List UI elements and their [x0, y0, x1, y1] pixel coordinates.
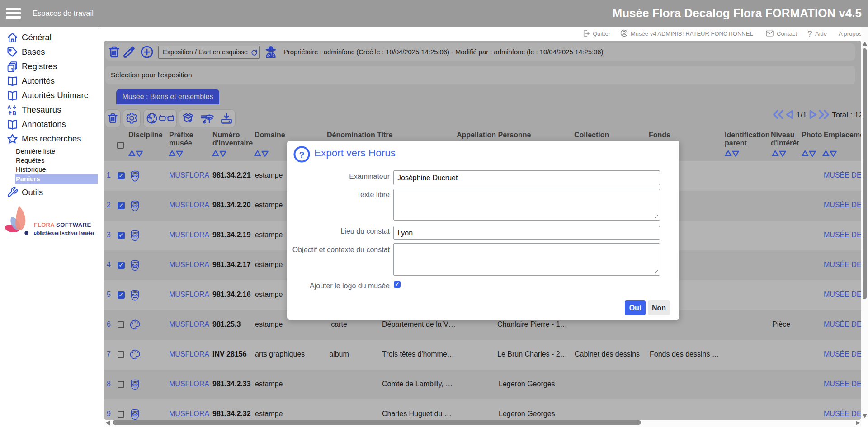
- svg-text:SOFTWARE: SOFTWARE: [56, 221, 91, 228]
- svg-text:Bibliothèques | Archives | Mus: Bibliothèques | Archives | Musées: [34, 231, 94, 235]
- svg-text:?: ?: [299, 150, 305, 160]
- svg-text:A: A: [7, 104, 11, 111]
- svg-text:FLORA: FLORA: [34, 221, 55, 228]
- svg-text:B: B: [13, 110, 17, 116]
